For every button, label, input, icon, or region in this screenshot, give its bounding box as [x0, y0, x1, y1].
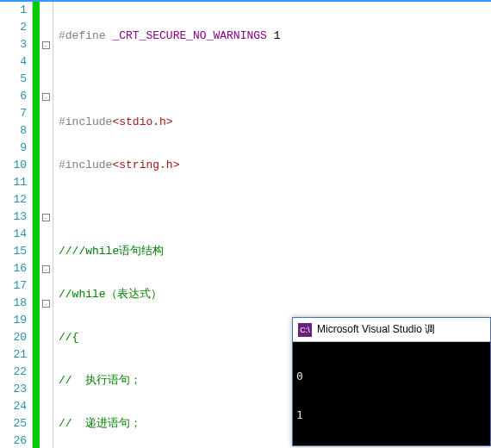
line-number: 4 — [0, 53, 27, 71]
output-line: 0 — [296, 370, 487, 383]
line-number: 22 — [0, 364, 27, 381]
console-window[interactable]: C:\ Microsoft Visual Studio 调 0 1 2 3 4 … — [292, 317, 491, 446]
line-number: 18 — [0, 295, 27, 312]
line-number: 9 — [0, 140, 27, 157]
line-number: 15 — [0, 243, 27, 260]
line-number: 24 — [0, 398, 27, 415]
code-line[interactable]: #include<stdio.h> — [59, 114, 491, 131]
line-number: 20 — [0, 329, 27, 346]
line-number: 8 — [0, 122, 27, 140]
line-number: 12 — [0, 191, 27, 208]
output-line: 1 — [296, 408, 487, 421]
line-number: 25 — [0, 415, 27, 432]
console-output[interactable]: 0 1 2 3 4 E:\Visual Studio\test 按任意键关闭此窗… — [293, 342, 490, 445]
code-line[interactable] — [59, 71, 491, 88]
line-number: 11 — [0, 174, 27, 191]
fold-toggle[interactable]: - — [42, 265, 50, 273]
line-number: 17 — [0, 277, 27, 295]
change-marker-bar — [33, 2, 40, 448]
line-number: 19 — [0, 312, 27, 329]
line-number: 3 — [0, 36, 27, 53]
code-line[interactable]: ////while语句结构 — [59, 243, 491, 260]
fold-gutter: - - - - - — [40, 2, 53, 448]
line-number: 1 — [0, 2, 27, 19]
fold-toggle[interactable]: - — [42, 214, 50, 221]
line-number: 13 — [0, 208, 27, 226]
line-number: 2 — [0, 19, 27, 36]
fold-toggle[interactable]: - — [42, 93, 50, 101]
vs-icon: C:\ — [298, 323, 312, 337]
line-number: 5 — [0, 71, 27, 88]
line-number: 10 — [0, 157, 27, 174]
line-number: 21 — [0, 346, 27, 364]
line-number: 6 — [0, 88, 27, 105]
fold-toggle[interactable]: - — [42, 300, 50, 308]
line-number: 14 — [0, 226, 27, 243]
fold-toggle[interactable]: - — [42, 41, 50, 49]
console-titlebar[interactable]: C:\ Microsoft Visual Studio 调 — [293, 318, 490, 342]
line-number: 26 — [0, 432, 27, 448]
console-title: Microsoft Visual Studio 调 — [317, 322, 435, 337]
line-number-gutter: 1 2 3 4 5 6 7 8 9 10 11 12 13 14 15 16 1… — [0, 2, 33, 448]
code-line[interactable]: #include<string.h> — [59, 157, 491, 174]
line-number: 16 — [0, 260, 27, 277]
line-number: 23 — [0, 381, 27, 398]
code-line[interactable] — [59, 200, 491, 217]
code-line[interactable]: //while（表达式） — [59, 286, 491, 303]
line-number: 7 — [0, 105, 27, 122]
code-line[interactable]: #define _CRT_SECURE_NO_WARNINGS 1 — [59, 28, 491, 45]
